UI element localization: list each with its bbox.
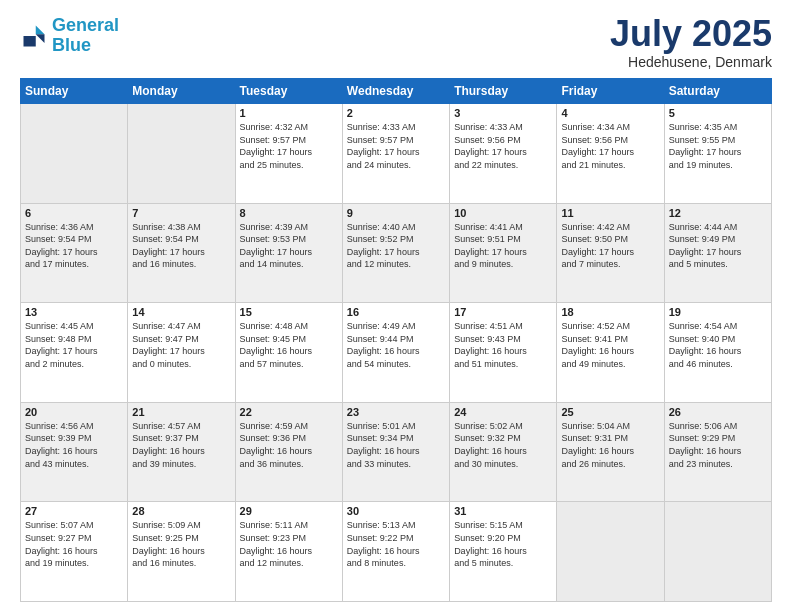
day-cell: 5Sunrise: 4:35 AM Sunset: 9:55 PM Daylig… bbox=[664, 104, 771, 204]
day-cell: 17Sunrise: 4:51 AM Sunset: 9:43 PM Dayli… bbox=[450, 303, 557, 403]
header: General Blue July 2025 Hedehusene, Denma… bbox=[20, 16, 772, 70]
svg-marker-0 bbox=[36, 25, 45, 34]
svg-marker-1 bbox=[36, 34, 45, 43]
day-info: Sunrise: 4:34 AM Sunset: 9:56 PM Dayligh… bbox=[561, 121, 659, 171]
day-cell: 16Sunrise: 4:49 AM Sunset: 9:44 PM Dayli… bbox=[342, 303, 449, 403]
day-number: 20 bbox=[25, 406, 123, 418]
day-info: Sunrise: 4:33 AM Sunset: 9:56 PM Dayligh… bbox=[454, 121, 552, 171]
day-cell bbox=[128, 104, 235, 204]
day-number: 24 bbox=[454, 406, 552, 418]
col-saturday: Saturday bbox=[664, 79, 771, 104]
day-number: 23 bbox=[347, 406, 445, 418]
logo-icon bbox=[20, 22, 48, 50]
day-number: 18 bbox=[561, 306, 659, 318]
col-sunday: Sunday bbox=[21, 79, 128, 104]
day-info: Sunrise: 4:40 AM Sunset: 9:52 PM Dayligh… bbox=[347, 221, 445, 271]
day-cell: 9Sunrise: 4:40 AM Sunset: 9:52 PM Daylig… bbox=[342, 203, 449, 303]
day-cell: 2Sunrise: 4:33 AM Sunset: 9:57 PM Daylig… bbox=[342, 104, 449, 204]
day-info: Sunrise: 5:15 AM Sunset: 9:20 PM Dayligh… bbox=[454, 519, 552, 569]
day-info: Sunrise: 4:59 AM Sunset: 9:36 PM Dayligh… bbox=[240, 420, 338, 470]
day-info: Sunrise: 4:38 AM Sunset: 9:54 PM Dayligh… bbox=[132, 221, 230, 271]
day-cell: 14Sunrise: 4:47 AM Sunset: 9:47 PM Dayli… bbox=[128, 303, 235, 403]
day-cell: 23Sunrise: 5:01 AM Sunset: 9:34 PM Dayli… bbox=[342, 402, 449, 502]
location-subtitle: Hedehusene, Denmark bbox=[610, 54, 772, 70]
day-info: Sunrise: 4:44 AM Sunset: 9:49 PM Dayligh… bbox=[669, 221, 767, 271]
day-number: 27 bbox=[25, 505, 123, 517]
day-cell: 13Sunrise: 4:45 AM Sunset: 9:48 PM Dayli… bbox=[21, 303, 128, 403]
day-number: 1 bbox=[240, 107, 338, 119]
col-monday: Monday bbox=[128, 79, 235, 104]
day-info: Sunrise: 4:48 AM Sunset: 9:45 PM Dayligh… bbox=[240, 320, 338, 370]
day-number: 14 bbox=[132, 306, 230, 318]
day-number: 8 bbox=[240, 207, 338, 219]
week-row-3: 13Sunrise: 4:45 AM Sunset: 9:48 PM Dayli… bbox=[21, 303, 772, 403]
day-info: Sunrise: 4:56 AM Sunset: 9:39 PM Dayligh… bbox=[25, 420, 123, 470]
calendar-header: Sunday Monday Tuesday Wednesday Thursday… bbox=[21, 79, 772, 104]
title-block: July 2025 Hedehusene, Denmark bbox=[610, 16, 772, 70]
day-cell: 30Sunrise: 5:13 AM Sunset: 9:22 PM Dayli… bbox=[342, 502, 449, 602]
day-info: Sunrise: 4:33 AM Sunset: 9:57 PM Dayligh… bbox=[347, 121, 445, 171]
day-cell: 11Sunrise: 4:42 AM Sunset: 9:50 PM Dayli… bbox=[557, 203, 664, 303]
day-info: Sunrise: 4:57 AM Sunset: 9:37 PM Dayligh… bbox=[132, 420, 230, 470]
day-cell: 4Sunrise: 4:34 AM Sunset: 9:56 PM Daylig… bbox=[557, 104, 664, 204]
svg-rect-2 bbox=[24, 36, 36, 47]
day-cell bbox=[557, 502, 664, 602]
day-info: Sunrise: 5:07 AM Sunset: 9:27 PM Dayligh… bbox=[25, 519, 123, 569]
day-cell: 21Sunrise: 4:57 AM Sunset: 9:37 PM Dayli… bbox=[128, 402, 235, 502]
day-number: 13 bbox=[25, 306, 123, 318]
day-cell bbox=[664, 502, 771, 602]
day-number: 30 bbox=[347, 505, 445, 517]
col-tuesday: Tuesday bbox=[235, 79, 342, 104]
day-number: 25 bbox=[561, 406, 659, 418]
day-number: 6 bbox=[25, 207, 123, 219]
logo-line2: Blue bbox=[52, 35, 91, 55]
col-friday: Friday bbox=[557, 79, 664, 104]
day-number: 4 bbox=[561, 107, 659, 119]
day-cell: 22Sunrise: 4:59 AM Sunset: 9:36 PM Dayli… bbox=[235, 402, 342, 502]
day-cell: 7Sunrise: 4:38 AM Sunset: 9:54 PM Daylig… bbox=[128, 203, 235, 303]
day-number: 12 bbox=[669, 207, 767, 219]
day-cell: 15Sunrise: 4:48 AM Sunset: 9:45 PM Dayli… bbox=[235, 303, 342, 403]
day-cell: 31Sunrise: 5:15 AM Sunset: 9:20 PM Dayli… bbox=[450, 502, 557, 602]
logo-text: General Blue bbox=[52, 16, 119, 56]
day-info: Sunrise: 5:11 AM Sunset: 9:23 PM Dayligh… bbox=[240, 519, 338, 569]
day-cell: 18Sunrise: 4:52 AM Sunset: 9:41 PM Dayli… bbox=[557, 303, 664, 403]
day-cell: 25Sunrise: 5:04 AM Sunset: 9:31 PM Dayli… bbox=[557, 402, 664, 502]
day-cell: 29Sunrise: 5:11 AM Sunset: 9:23 PM Dayli… bbox=[235, 502, 342, 602]
page: General Blue July 2025 Hedehusene, Denma… bbox=[0, 0, 792, 612]
week-row-1: 1Sunrise: 4:32 AM Sunset: 9:57 PM Daylig… bbox=[21, 104, 772, 204]
day-info: Sunrise: 4:52 AM Sunset: 9:41 PM Dayligh… bbox=[561, 320, 659, 370]
day-number: 3 bbox=[454, 107, 552, 119]
logo-line1: General bbox=[52, 15, 119, 35]
day-info: Sunrise: 4:35 AM Sunset: 9:55 PM Dayligh… bbox=[669, 121, 767, 171]
day-cell: 20Sunrise: 4:56 AM Sunset: 9:39 PM Dayli… bbox=[21, 402, 128, 502]
day-cell: 3Sunrise: 4:33 AM Sunset: 9:56 PM Daylig… bbox=[450, 104, 557, 204]
day-info: Sunrise: 5:06 AM Sunset: 9:29 PM Dayligh… bbox=[669, 420, 767, 470]
day-number: 19 bbox=[669, 306, 767, 318]
day-info: Sunrise: 4:49 AM Sunset: 9:44 PM Dayligh… bbox=[347, 320, 445, 370]
header-row: Sunday Monday Tuesday Wednesday Thursday… bbox=[21, 79, 772, 104]
day-number: 21 bbox=[132, 406, 230, 418]
day-cell bbox=[21, 104, 128, 204]
day-cell: 12Sunrise: 4:44 AM Sunset: 9:49 PM Dayli… bbox=[664, 203, 771, 303]
day-number: 11 bbox=[561, 207, 659, 219]
day-info: Sunrise: 4:47 AM Sunset: 9:47 PM Dayligh… bbox=[132, 320, 230, 370]
calendar-table: Sunday Monday Tuesday Wednesday Thursday… bbox=[20, 78, 772, 602]
day-number: 7 bbox=[132, 207, 230, 219]
day-info: Sunrise: 5:02 AM Sunset: 9:32 PM Dayligh… bbox=[454, 420, 552, 470]
col-thursday: Thursday bbox=[450, 79, 557, 104]
day-number: 29 bbox=[240, 505, 338, 517]
week-row-4: 20Sunrise: 4:56 AM Sunset: 9:39 PM Dayli… bbox=[21, 402, 772, 502]
day-cell: 1Sunrise: 4:32 AM Sunset: 9:57 PM Daylig… bbox=[235, 104, 342, 204]
day-cell: 6Sunrise: 4:36 AM Sunset: 9:54 PM Daylig… bbox=[21, 203, 128, 303]
day-info: Sunrise: 4:42 AM Sunset: 9:50 PM Dayligh… bbox=[561, 221, 659, 271]
day-cell: 19Sunrise: 4:54 AM Sunset: 9:40 PM Dayli… bbox=[664, 303, 771, 403]
day-info: Sunrise: 5:09 AM Sunset: 9:25 PM Dayligh… bbox=[132, 519, 230, 569]
day-number: 5 bbox=[669, 107, 767, 119]
day-info: Sunrise: 5:13 AM Sunset: 9:22 PM Dayligh… bbox=[347, 519, 445, 569]
day-info: Sunrise: 4:45 AM Sunset: 9:48 PM Dayligh… bbox=[25, 320, 123, 370]
day-cell: 27Sunrise: 5:07 AM Sunset: 9:27 PM Dayli… bbox=[21, 502, 128, 602]
week-row-5: 27Sunrise: 5:07 AM Sunset: 9:27 PM Dayli… bbox=[21, 502, 772, 602]
day-number: 17 bbox=[454, 306, 552, 318]
day-number: 31 bbox=[454, 505, 552, 517]
